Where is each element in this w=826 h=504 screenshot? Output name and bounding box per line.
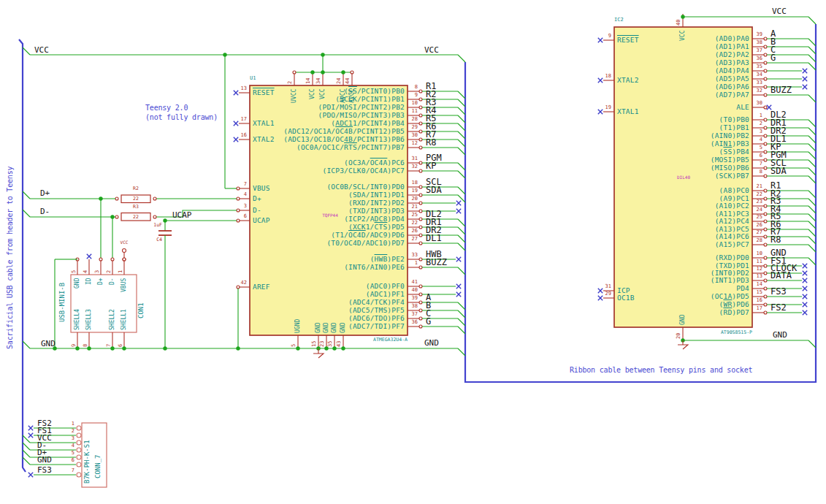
power-label-UCAP[interactable]: UCAP (172, 211, 192, 219)
resistor-value-R3: 22 (133, 215, 139, 220)
pin-name: (PDO/MISO/PCINT3)PB3 (318, 112, 405, 119)
resistor-ref-R2: R2 (133, 186, 139, 191)
note-teensy-line1[interactable]: Teensy 2.0 (145, 104, 188, 112)
power-label-VCC[interactable]: VCC (424, 46, 439, 54)
power-label-GND[interactable]: GND (773, 331, 787, 339)
pin-name: GND (324, 323, 329, 333)
pin-number: 27 (412, 237, 418, 242)
pin-name: D- (110, 278, 115, 285)
note-teensy-line2[interactable]: (not fully drawn) (145, 114, 218, 121)
pin-name: (ADC5/TMS)PF5 (348, 307, 405, 314)
pin-number: 20 (676, 333, 681, 339)
pin-name: (AIN1)PB3 (711, 140, 749, 148)
pin-name: (PDI/MOSI/PCINT2)PB2 (318, 104, 405, 111)
pin-number: 1 (415, 261, 418, 266)
pin-name: PD4 (736, 285, 749, 292)
pin-name: (ADC13/OC1B/OC4B/PCINT13)PB6 (283, 136, 405, 143)
pin-number: 3 (72, 436, 74, 441)
pin-name: ALE (736, 104, 749, 111)
power-label-D-[interactable]: D- (40, 207, 50, 215)
chip-value-U1[interactable]: ATMEGA32U4-A (373, 337, 408, 343)
pin-number: 5 (72, 451, 74, 456)
pin-number: 7 (244, 182, 247, 187)
connector-value-CONN7[interactable]: B7K-PH-K-S1 (84, 440, 91, 484)
pin-number: 29 (605, 291, 611, 297)
chip-ref-U1[interactable]: U1 (250, 76, 256, 81)
connector-value-CON1[interactable]: USB-MINI-B (59, 283, 66, 322)
pin-name: VBUS (121, 278, 127, 292)
pin-name: (T1/OC4D/ADC9)PD6 (331, 232, 405, 239)
net-label-FS3[interactable]: FS3 (37, 466, 52, 474)
net-label-SDA[interactable]: SDA (770, 167, 787, 175)
pin-number: 37 (757, 48, 762, 53)
power-label-D+[interactable]: D+ (40, 189, 50, 197)
pin-name: UGND (295, 319, 301, 333)
pin-number: 14 (757, 282, 762, 287)
pin-name: (ADC4/TCK)PF4 (348, 299, 405, 306)
pin-number: 12 (412, 141, 418, 146)
resistor-ref-R3: R3 (133, 205, 139, 210)
net-label-R8[interactable]: R8 (426, 138, 436, 147)
pin-name: VBUS (253, 185, 270, 192)
pin-name: (MISO)PB6 (711, 164, 749, 172)
net-label-R8[interactable]: R8 (770, 235, 781, 244)
pin-number: 15 (757, 290, 762, 295)
pin-name: (A10)PC2 (715, 202, 749, 210)
chip-ref-IC2[interactable]: IC2 (614, 18, 624, 23)
pin-number: 24 (757, 207, 762, 213)
pin-number: 8 (83, 344, 88, 347)
net-label-SDA[interactable]: SDA (426, 186, 442, 194)
pin-number: 33 (757, 80, 762, 85)
note-ribbon-cable[interactable]: Ribbon cable between Teensy pins and soc… (570, 367, 752, 374)
pin-number: 38 (757, 40, 762, 45)
pin-number: 29 (412, 125, 418, 130)
pin-number: 35 (328, 341, 333, 347)
net-label-FS3[interactable]: FS3 (770, 287, 787, 296)
pin-name: (OC0A/OC1C/RTS/PCINT7)PB7 (297, 144, 405, 151)
pin-number: 30 (412, 133, 418, 138)
resistor-value-R2: 22 (133, 196, 139, 202)
power-label-VCC[interactable]: VCC (772, 7, 787, 15)
net-label-G[interactable]: G (770, 53, 776, 62)
pin-name: D- (253, 207, 261, 214)
pin-name: VCC (320, 89, 326, 99)
pin-number: 11 (412, 109, 418, 114)
note-sacrificial-usb[interactable]: Sacrificial USB cable from header to Tee… (7, 167, 14, 349)
pin-name: AVCC (349, 89, 355, 103)
vcc-power-icon: VCC (121, 240, 129, 245)
pin-name: XTAL1 (253, 120, 275, 127)
pin-name: ID (86, 278, 92, 285)
chip-package-U1: TQFP44 (322, 213, 338, 218)
pin-name: (ICP3/CLK0/OC4A)PC7 (323, 167, 405, 175)
pin-name: XTAL1 (617, 108, 639, 115)
connector-ref-CONN7[interactable]: CONN_7 (95, 454, 102, 478)
pin-number: 8 (415, 85, 418, 90)
pin-name: XTAL2 (617, 77, 639, 84)
net-label-FS2[interactable]: FS2 (770, 303, 787, 312)
net-label-KP[interactable]: KP (426, 161, 436, 170)
pin-number: 5 (760, 145, 762, 150)
pin-number: 37 (412, 312, 418, 317)
net-label-GND[interactable]: GND (37, 456, 52, 464)
pin-name: (A14)PC6 (715, 233, 749, 240)
pin-name: (ICP2/ADC8)PD4 (344, 215, 405, 223)
net-label-DL1[interactable]: DL1 (426, 234, 442, 243)
pin-number: 20 (412, 196, 418, 202)
power-label-GND[interactable]: GND (41, 340, 56, 348)
connector-ref-CON1[interactable]: CON1 (138, 302, 145, 318)
pin-number: 3 (760, 129, 762, 134)
power-label-GND[interactable]: GND (424, 339, 439, 347)
pin-name: SHELL1 (121, 309, 127, 330)
net-label-DATA[interactable]: DATA (770, 271, 792, 280)
pin-number: 26 (412, 229, 418, 234)
chip-value-IC2[interactable]: AT90S8515-P (721, 330, 752, 335)
pin-number: 30 (757, 101, 762, 106)
pin-name: D+ (253, 195, 261, 202)
pin-name: (INT1)PD3 (711, 277, 749, 284)
power-label-VCC[interactable]: VCC (34, 46, 49, 54)
pin-name: RESET (617, 37, 639, 44)
net-label-G[interactable]: G (426, 317, 431, 326)
pin-number: 9 (608, 34, 611, 39)
net-label-BUZZ[interactable]: BUZZ (770, 85, 792, 94)
net-label-BUZZ[interactable]: BUZZ (426, 258, 447, 267)
